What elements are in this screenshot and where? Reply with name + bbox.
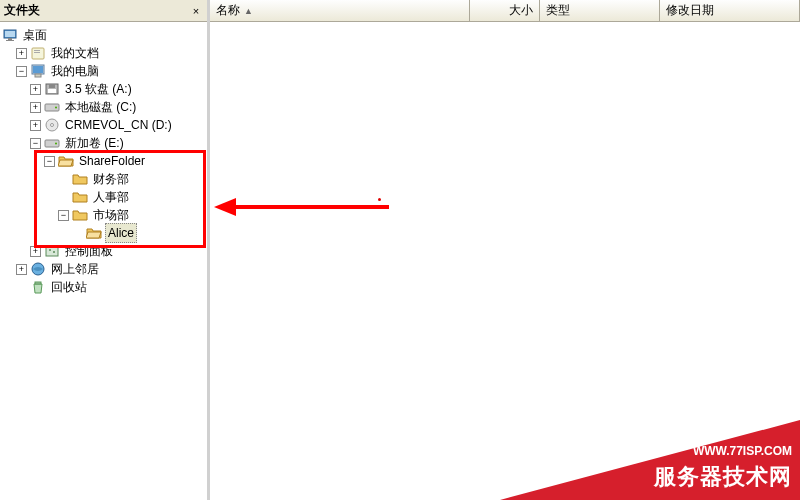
svg-rect-11	[49, 84, 55, 88]
column-size[interactable]: 大小	[470, 0, 540, 21]
spacer	[72, 228, 83, 239]
folder-icon	[72, 207, 88, 223]
svg-rect-23	[35, 282, 41, 284]
column-label: 名称	[216, 2, 240, 19]
svg-rect-6	[34, 52, 40, 53]
tree-node-local-c[interactable]: + 本地磁盘 (C:)	[2, 98, 205, 116]
node-label: 3.5 软盘 (A:)	[63, 80, 134, 98]
tree-node-controlpanel[interactable]: + 控制面板	[2, 242, 205, 260]
tree-node-floppy[interactable]: + 3.5 软盘 (A:)	[2, 80, 205, 98]
sort-asc-icon: ▲	[244, 6, 253, 16]
node-label: 新加卷 (E:)	[63, 134, 126, 152]
svg-rect-8	[33, 66, 43, 73]
column-modified[interactable]: 修改日期	[660, 0, 800, 21]
folder-icon	[72, 189, 88, 205]
folder-tree[interactable]: 桌面 + 我的文档 − 我的电脑 + 3	[0, 22, 207, 500]
svg-rect-4	[32, 48, 44, 59]
node-label: 本地磁盘 (C:)	[63, 98, 138, 116]
node-label: 我的文档	[49, 44, 101, 62]
panel-header: 文件夹 ×	[0, 0, 207, 22]
tree-node-crmevol-d[interactable]: + CRMEVOL_CN (D:)	[2, 116, 205, 134]
svg-rect-12	[48, 89, 56, 93]
spacer	[16, 282, 27, 293]
node-label: 人事部	[91, 188, 131, 206]
tree-node-finance[interactable]: 财务部	[2, 170, 205, 188]
expand-icon[interactable]: +	[16, 48, 27, 59]
control-panel-icon	[44, 243, 60, 259]
expand-icon[interactable]: +	[30, 120, 41, 131]
file-list-panel: 名称 ▲ 大小 类型 修改日期	[210, 0, 800, 500]
file-list-body[interactable]	[210, 22, 800, 500]
collapse-icon[interactable]: −	[16, 66, 27, 77]
column-name[interactable]: 名称 ▲	[210, 0, 470, 21]
svg-rect-5	[34, 50, 40, 51]
tree-node-desktop[interactable]: 桌面	[2, 26, 205, 44]
tree-node-sharefolder[interactable]: − ShareFolder	[2, 152, 205, 170]
folder-open-icon	[86, 225, 102, 241]
column-label: 修改日期	[666, 2, 714, 19]
column-label: 类型	[546, 2, 570, 19]
svg-rect-1	[5, 31, 15, 37]
expand-icon[interactable]: +	[30, 84, 41, 95]
svg-rect-2	[8, 38, 12, 40]
folder-tree-panel: 文件夹 × 桌面 + 我的文档 −	[0, 0, 210, 500]
svg-rect-3	[6, 40, 14, 41]
spacer	[58, 174, 69, 185]
tree-node-newvol-e[interactable]: − 新加卷 (E:)	[2, 134, 205, 152]
desktop-icon	[2, 27, 18, 43]
panel-title: 文件夹	[4, 2, 40, 19]
floppy-icon	[44, 81, 60, 97]
node-label: 市场部	[91, 206, 131, 224]
expand-icon[interactable]: +	[30, 246, 41, 257]
close-icon[interactable]: ×	[189, 4, 203, 18]
list-header: 名称 ▲ 大小 类型 修改日期	[210, 0, 800, 22]
collapse-icon[interactable]: −	[58, 210, 69, 221]
tree-node-recycle[interactable]: 回收站	[2, 278, 205, 296]
folder-doc-icon	[30, 45, 46, 61]
drive-icon	[44, 135, 60, 151]
node-label: 网上邻居	[49, 260, 101, 278]
node-label: 财务部	[91, 170, 131, 188]
svg-point-16	[51, 124, 54, 127]
tree-node-mycomputer[interactable]: − 我的电脑	[2, 62, 205, 80]
column-type[interactable]: 类型	[540, 0, 660, 21]
node-label: CRMEVOL_CN (D:)	[63, 116, 174, 134]
expand-icon[interactable]: +	[30, 102, 41, 113]
tree-node-network[interactable]: + 网上邻居	[2, 260, 205, 278]
svg-rect-9	[35, 74, 41, 77]
collapse-icon[interactable]: −	[44, 156, 55, 167]
node-label: ShareFolder	[77, 152, 147, 170]
tree-node-hr[interactable]: 人事部	[2, 188, 205, 206]
network-icon	[30, 261, 46, 277]
tree-node-mydocs[interactable]: + 我的文档	[2, 44, 205, 62]
annotation-dot	[378, 198, 381, 201]
node-label: 桌面	[21, 26, 49, 44]
svg-point-14	[55, 107, 57, 109]
folder-open-icon	[58, 153, 74, 169]
svg-point-21	[53, 251, 55, 253]
cd-icon	[44, 117, 60, 133]
tree-node-marketing[interactable]: − 市场部	[2, 206, 205, 224]
tree-node-alice[interactable]: Alice	[2, 224, 205, 242]
folder-icon	[72, 171, 88, 187]
spacer	[58, 192, 69, 203]
collapse-icon[interactable]: −	[30, 138, 41, 149]
drive-icon	[44, 99, 60, 115]
recycle-icon	[30, 279, 46, 295]
svg-point-18	[55, 143, 57, 145]
node-label: 控制面板	[63, 242, 115, 260]
node-label-selected: Alice	[105, 223, 137, 243]
node-label: 我的电脑	[49, 62, 101, 80]
svg-rect-19	[46, 246, 58, 256]
svg-point-20	[49, 249, 51, 251]
column-label: 大小	[509, 2, 533, 19]
computer-icon	[30, 63, 46, 79]
node-label: 回收站	[49, 278, 89, 296]
expand-icon[interactable]: +	[16, 264, 27, 275]
